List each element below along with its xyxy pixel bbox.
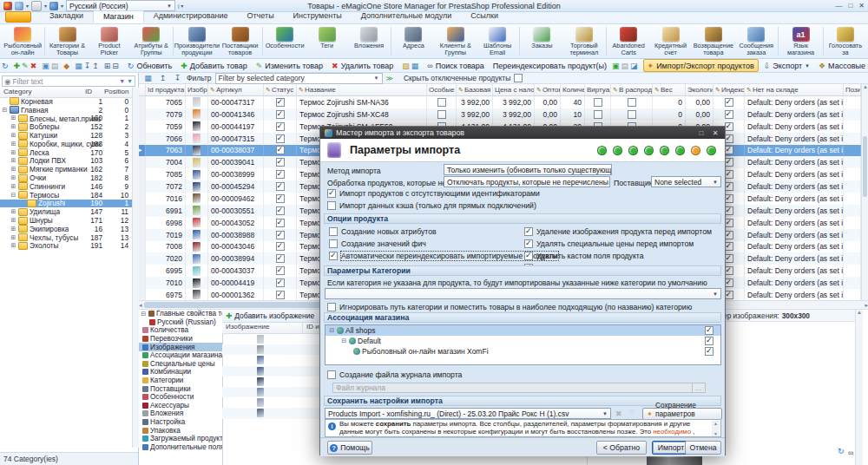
status-checkbox[interactable] [276,219,285,227]
quick-access-globe-icon[interactable] [15,2,23,10]
grid-view-icon[interactable]: ▦ [75,61,82,71]
column-header[interactable]: Изображени [186,84,208,95]
attachments-button[interactable]: Вложения [348,25,390,57]
status-checkbox[interactable] [276,254,285,263]
sale-checkbox[interactable] [628,98,636,107]
import-cache-checkbox[interactable]: Импорт данных кэша (только для прямых по… [327,201,536,210]
supplier-select[interactable]: None selected▼ [651,176,721,187]
status-checkbox[interactable] [276,194,285,203]
cart-icon[interactable]: ◆ [63,61,69,71]
menu-tab[interactable]: Администрирование [144,10,238,23]
import-export-button[interactable]: ✦Импорт/Экспорт продуктов [643,59,759,72]
detail-tab-package[interactable]: Упаковка [139,426,222,435]
import-cache-box[interactable] [327,201,336,210]
product-picker-button[interactable]: Product Picker [89,25,130,57]
tree-collapse-icon[interactable]: ⊟ [341,337,347,344]
detail-tab-settings[interactable]: Настройка [139,418,222,427]
info-scrollbar[interactable]: ▲▼ [712,421,720,436]
products-vertical-scrollbar[interactable]: ▲ [861,84,868,300]
indexed-checkbox[interactable] [725,170,733,179]
store-language-button[interactable]: a1Язык магазина [779,25,821,57]
category-tree-row[interactable]: ⊞Воблеры1522 [0,122,132,131]
maximize-icon[interactable]: □ [848,2,852,10]
edit-product-button[interactable]: ✎Изменить товар [253,60,326,71]
detail-tab-quantities[interactable]: Количества [139,326,222,335]
detail-tab-special-prices[interactable]: Специальные цены [139,360,222,369]
category-tree-row[interactable]: ⊞Экипировка1613 [0,225,132,233]
tree-expand-icon[interactable]: ⊞ [10,242,16,249]
add-icon[interactable]: ✚ [14,61,21,71]
dialog-close-icon[interactable]: ✕ [710,129,720,137]
detail-tab-carriers[interactable]: Перевозчики [139,335,222,344]
indexed-checkbox[interactable] [725,291,733,299]
paste-sheet-icon[interactable]: ▤ [621,61,629,71]
tree-expand-icon[interactable]: ⊞ [10,234,16,241]
back-button[interactable]: < Обратно [596,441,647,455]
table-icon[interactable]: ▦ [411,61,419,71]
order-messages-button[interactable]: Сообщения заказа [735,25,777,57]
column-header[interactable]: ✎Название [297,84,427,95]
save-import-params-button[interactable]: ✦ Сохранение параметров импорта [642,408,722,420]
quick-access-dropdown2-icon[interactable]: ▾ [44,3,47,9]
credit-slip-button[interactable]: Кредитный счет [649,25,691,57]
status-checkbox[interactable] [276,134,285,143]
tree-expand-icon[interactable]: ⊞ [10,217,16,224]
quick-access-help-icon[interactable] [49,2,58,10]
status-checkbox[interactable] [276,110,285,119]
option-checkbox-box[interactable] [329,239,338,248]
category-tree-row[interactable]: ⊟Термосы18410 [0,191,132,200]
funnel-icon[interactable]: ▼ [119,78,125,84]
export-button[interactable]: ⇩Экспорт▼ [760,60,813,71]
category-tree-row[interactable]: ⊞Чехлы, тубусы18713 [0,233,132,242]
close-icon[interactable]: ✕ [858,2,865,10]
tree-collapse-icon[interactable]: ⊟ [112,61,119,71]
attributes-groups-button[interactable]: Атрибуты & Группы [130,25,172,57]
column-header[interactable]: Виртуальнь [585,84,611,95]
tree-expand-icon[interactable]: ⊞ [10,149,16,156]
indexed-checkbox[interactable] [725,110,733,119]
column-header[interactable]: Особые [427,84,457,95]
menu-tab[interactable]: Закладки [40,10,93,23]
preview-scrollbar[interactable]: ▲ [855,310,863,465]
option-checkbox-box[interactable] [524,227,533,236]
suppliers-button[interactable]: Поставщики товаров [219,25,260,57]
import-config-select[interactable]: Products Import - xomfishing.ru_ (Direct… [325,408,611,419]
app-logo-icon[interactable] [3,2,12,10]
ignore-category-path-box[interactable] [327,303,336,311]
category-tree-row[interactable]: Zojirushi1901 [0,200,132,208]
manufacturers-button[interactable]: Производители продукции [174,25,219,57]
col-id[interactable]: ID [85,88,92,95]
status-checkbox[interactable] [276,98,285,107]
detail-tab-attachments-tab[interactable]: Вложения [139,409,222,418]
tags-button[interactable]: Теги [306,25,348,57]
tree-expand-icon[interactable]: ⊞ [10,183,16,190]
indexed-checkbox[interactable] [725,122,733,131]
shop-tree-row[interactable]: ⊟All shops [326,325,720,336]
indexed-checkbox[interactable] [725,219,733,227]
column-header[interactable]: ✎Артикул [208,84,264,95]
detail-tab-extra-fields[interactable]: Дополнительные поля [139,443,222,452]
option-checkbox-box[interactable] [329,227,338,236]
sort-down-icon[interactable]: ↧ [172,73,183,83]
status-checkbox[interactable] [276,242,285,251]
quick-access-window-icon[interactable] [31,1,42,11]
toolbar-options-icon[interactable]: | ▾ [178,3,183,9]
create-log-box[interactable] [327,370,336,379]
tree-expand-icon[interactable]: ⊞ [10,123,16,130]
detail-tab-downloadable[interactable]: Загружаемый продукт [139,435,222,443]
status-checkbox[interactable] [276,170,285,179]
edit-icon[interactable]: ✎ [22,61,29,71]
customers-groups-button[interactable]: Клиенты & Группы [435,25,477,57]
copy-icon[interactable]: ▣ [42,61,49,71]
status-checkbox[interactable] [276,122,285,131]
delete-config-icon[interactable]: ✖ [615,409,622,418]
minimize-icon[interactable]: — [835,2,842,10]
missing-products-select[interactable]: Отключать продукты, которые не перечисле… [444,176,610,187]
quick-access-dropdown-icon[interactable]: ▾ [26,3,29,9]
menu-tab[interactable]: Магазин [93,10,144,23]
status-checkbox[interactable] [276,206,285,215]
indexed-checkbox[interactable] [725,231,733,239]
tree-collapse-icon[interactable]: ⊟ [329,327,335,334]
status-checkbox[interactable] [276,291,285,299]
detail-tab-language-flag[interactable]: Русский (Russian) [139,318,222,327]
